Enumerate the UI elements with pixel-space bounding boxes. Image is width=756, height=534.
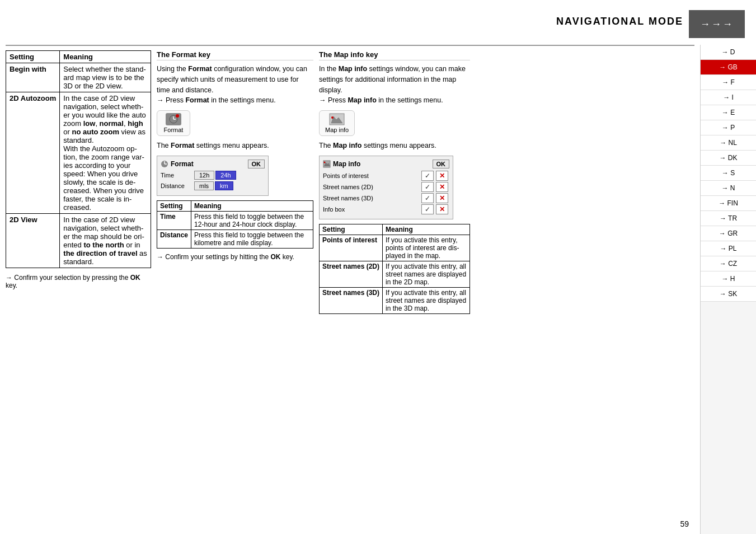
sidebar-item-PL[interactable]: → PL	[701, 241, 756, 256]
sidebar-item-SK[interactable]: → SK	[701, 287, 756, 302]
menu-distance-options: mls km	[194, 181, 233, 190]
sidebar-item-GB[interactable]: → GB	[701, 60, 756, 75]
menu-time-label: Time	[161, 172, 194, 179]
setting-meaning: In the case of 2D view navigation, selec…	[60, 214, 151, 268]
format-intro: Using the Format configuration window, y…	[157, 64, 313, 106]
streetnames2d-row: Street names (2D) ✓ ✕	[323, 182, 449, 192]
poi-check[interactable]: ✓	[421, 171, 434, 181]
mapinfo-menu-note: The Map info settings menu appears.	[319, 140, 470, 151]
sidebar-item-N[interactable]: → N	[701, 181, 756, 196]
left-section: Setting Meaning Begin with Select whethe…	[6, 50, 151, 289]
mapinfo-intro: In the Map info settings window, you can…	[319, 64, 470, 106]
menu-12h-option[interactable]: 12h	[194, 171, 214, 180]
streetnames3d-row: Street names (3D) ✓ ✕	[323, 193, 449, 203]
sidebar-item-FIN[interactable]: → FIN	[701, 196, 756, 211]
setting-label: 2D Autozoom	[6, 92, 60, 214]
poi-label: Points of interest	[323, 172, 420, 179]
sidebar-item-I[interactable]: → I	[701, 90, 756, 105]
menu-24h-option[interactable]: 24h	[215, 171, 236, 180]
sn3d-check[interactable]: ✓	[421, 193, 434, 203]
sn2d-check[interactable]: ✓	[421, 182, 434, 192]
table-row: Distance Press this field to toggle betw…	[157, 229, 313, 248]
sidebar-item-TR[interactable]: → TR	[701, 211, 756, 226]
format-inner-table: Setting Meaning Time Press this field to…	[157, 200, 313, 249]
confirm-note: → Confirm your selection by pressing the…	[6, 274, 151, 289]
sidebar-item-CZ[interactable]: → CZ	[701, 256, 756, 271]
streetnames2d-label: Street names (2D)	[323, 184, 420, 190]
setting-label: 2D View	[6, 214, 60, 268]
menu-km-option[interactable]: km	[215, 181, 233, 190]
middle-section: The Format key Using the Format configur…	[157, 50, 313, 261]
format-menu-note: The Format settings menu appears.	[157, 140, 313, 151]
poi-setting: Points of in­terest	[320, 235, 383, 261]
svg-point-12	[324, 161, 326, 163]
menu-ok-button[interactable]: OK	[248, 160, 265, 168]
mapinfo-icon-box: Map info	[319, 110, 355, 136]
svg-point-3	[176, 114, 179, 118]
menu-mls-option[interactable]: mls	[194, 181, 214, 190]
col-setting: Setting	[320, 224, 383, 235]
table-row: Street names (2D) If you activate this e…	[320, 261, 470, 287]
menu-header: Format OK	[161, 160, 265, 168]
sn2d-x[interactable]: ✕	[436, 182, 448, 192]
format-icon-box: Format	[157, 110, 190, 136]
mapinfo-menu-screenshot: Map info OK Points of interest ✓ ✕ Stree…	[319, 156, 453, 219]
top-divider	[6, 45, 694, 46]
page-number: 59	[680, 519, 689, 528]
infobox-row: Info box ✓ ✕	[323, 204, 449, 214]
sidebar-item-D[interactable]: → D	[701, 45, 756, 60]
mapinfo-menu-icon	[323, 160, 331, 168]
col-meaning: Meaning	[60, 51, 151, 63]
setting-meaning: Select whether the stand­ard map view is…	[60, 63, 151, 92]
format-arrow-note: → Press Format in the settings menu.	[157, 96, 276, 104]
sidebar-item-DK[interactable]: → DK	[701, 151, 756, 166]
sidebar-item-H[interactable]: → H	[701, 271, 756, 287]
setting-meaning: In the case of 2D view navigation, selec…	[60, 92, 151, 214]
sidebar-item-F[interactable]: → F	[701, 75, 756, 90]
sn2d-setting: Street names (2D)	[320, 261, 383, 287]
time-meaning: Press this field to toggle between the 1…	[191, 211, 313, 229]
setting-label: Begin with	[6, 63, 60, 92]
table-row: Begin with Select whether the stand­ard …	[6, 63, 151, 92]
format-confirm-note: → Confirm your settings by hitting the O…	[157, 253, 313, 261]
mapinfo-icon-label: Map info	[325, 127, 349, 133]
mapinfo-section-title: The Map info key	[319, 50, 470, 60]
header: NAVIGATIONAL MODE →→→	[0, 0, 756, 45]
infobox-check[interactable]: ✓	[421, 204, 434, 214]
arrows-box: →→→	[689, 10, 745, 38]
sn3d-meaning: If you activate this entry, all street n…	[383, 287, 470, 313]
sidebar-item-S[interactable]: → S	[701, 166, 756, 181]
infobox-x[interactable]: ✕	[436, 204, 448, 214]
distance-meaning: Press this field to toggle between the k…	[191, 229, 313, 248]
table-row: 2D Autozoom In the case of 2D view navig…	[6, 92, 151, 214]
menu-time-row: Time 12h 24h	[161, 171, 265, 180]
format-icon-label: Format	[164, 127, 184, 133]
sn3d-x[interactable]: ✕	[436, 193, 448, 203]
col-setting: Setting	[157, 200, 191, 211]
mapinfo-ok-button[interactable]: OK	[433, 160, 450, 168]
format-menu-screenshot: Format OK Time 12h 24h Distance mls km	[157, 156, 269, 196]
menu-time-options: 12h 24h	[194, 171, 236, 180]
sidebar-right: → D→ GB→ F→ I→ E→ P→ NL→ DK→ S→ N→ FIN→ …	[700, 45, 756, 534]
svg-point-9	[331, 116, 334, 119]
mapinfo-arrow-note: → Press Map info in the settings menu.	[319, 96, 443, 104]
streetnames3d-label: Street names (3D)	[323, 195, 420, 202]
format-section-title: The Format key	[157, 50, 313, 60]
sidebar-item-NL[interactable]: → NL	[701, 135, 756, 151]
format-menu-icon	[161, 160, 168, 168]
sidebar-item-GR[interactable]: → GR	[701, 226, 756, 241]
sidebar-item-E[interactable]: → E	[701, 105, 756, 120]
poi-row: Points of interest ✓ ✕	[323, 171, 449, 181]
format-icon-img	[166, 113, 181, 125]
sidebar-item-P[interactable]: → P	[701, 120, 756, 135]
col-meaning: Meaning	[383, 224, 470, 235]
table-row: 2D View In the case of 2D view navigatio…	[6, 214, 151, 268]
table-row: Street names (3D) If you activate this e…	[320, 287, 470, 313]
sn3d-setting: Street names (3D)	[320, 287, 383, 313]
mapinfo-menu-header: Map info OK	[323, 160, 449, 168]
poi-x[interactable]: ✕	[436, 171, 448, 181]
col-setting: Setting	[6, 51, 60, 63]
menu-distance-row: Distance mls km	[161, 181, 265, 190]
table-row: Points of in­terest If you activate this…	[320, 235, 470, 261]
time-setting: Time	[157, 211, 191, 229]
